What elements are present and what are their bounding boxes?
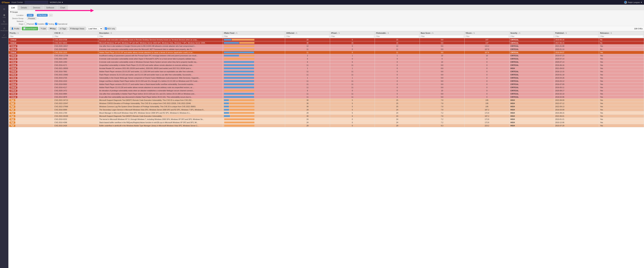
table-row[interactable]: Critical CVE-2020-1472 An elevation of p…	[8, 89, 644, 92]
table-row[interactable]: High CVE-2022-22047 Windows CSRSS Elevat…	[8, 102, 644, 105]
table-container[interactable]: Priority ↕ CVE ID ↕ Description ↕ #Ratio…	[8, 31, 644, 268]
filter-relevance[interactable]	[599, 35, 644, 38]
table-row[interactable]: Critical CVE-2021-28550 Acrobat Reader D…	[8, 67, 644, 70]
workflow-menu[interactable]: WORKFLOW ▼	[50, 1, 63, 3]
table-row[interactable]: Critical CVE-2020-16017 Use after free i…	[8, 44, 644, 48]
col-priority[interactable]: Priority ↕	[8, 31, 53, 35]
col-ratio-fixed[interactable]: #Ratio Fixed ↕	[223, 31, 285, 35]
filter-vuln[interactable]	[375, 35, 420, 38]
tags-button[interactable]: 🏷 Tags	[58, 27, 68, 30]
col-base-score[interactable]: Base Score ↕	[420, 31, 464, 35]
sidebar-item-dashboard[interactable]: ⊙	[1, 6, 8, 12]
filter-cve-input[interactable]	[54, 35, 97, 38]
kev-only-checkbox[interactable]	[105, 27, 107, 30]
stage-operational-checkbox[interactable]	[55, 23, 57, 25]
table-row[interactable]: Critical CVE-2018-11708 Insufficient vet…	[8, 54, 644, 57]
col-published[interactable]: Published ↕	[554, 31, 599, 35]
filter-desc-input[interactable]	[99, 35, 222, 38]
filter-fixed[interactable]	[330, 35, 375, 38]
table-row[interactable]: Critical CVE-2021-1040 A remote code exe…	[8, 57, 644, 60]
search-input[interactable]	[25, 1, 48, 4]
excel-export-button[interactable]: 📊 Excel Export	[22, 27, 38, 30]
table-row[interactable]: Critical CVE-2014-4878 A use-after-free …	[8, 95, 644, 99]
col-severity[interactable]: Severity ↕	[509, 31, 554, 35]
filter-vuln-input[interactable]	[376, 35, 419, 38]
filter-priority-input[interactable]	[9, 35, 52, 38]
table-row[interactable]: Critical CVE-2017-8543 Microsoft Windows…	[8, 41, 644, 44]
table-row[interactable]: Critical CVE-2020-0646 A remote code exe…	[8, 48, 644, 51]
filter-vscore[interactable]	[464, 35, 509, 38]
filter-affected[interactable]	[285, 35, 330, 38]
map-button[interactable]: 🗺 Map	[48, 27, 57, 30]
table-row[interactable]: High CVE-2022-37969 Windows Common Log F…	[8, 105, 644, 108]
stage-planned-item[interactable]: Planned	[24, 23, 34, 25]
user-menu[interactable]: 👤 Ralph Langner ▼	[624, 1, 642, 4]
filter-ratio[interactable]	[223, 35, 285, 38]
col-fixed[interactable]: #Fixed ↕	[330, 31, 375, 35]
location-usa[interactable]: USA	[27, 14, 34, 16]
table-row[interactable]: Critical CVE-2016-1010 Integer overflow …	[8, 80, 644, 83]
col-vulnerable[interactable]: #Vulnerable ↕	[375, 31, 420, 35]
filter-severity-input[interactable]	[510, 35, 554, 38]
table-row[interactable]: Critical CVE-2019-0708 A remote code exe…	[8, 38, 644, 41]
manage-views-button[interactable]: ⚙ Manage Views	[68, 27, 86, 30]
stage-testing-checkbox[interactable]	[46, 23, 48, 25]
table-row[interactable]: Critical CVE-2016-1019 Adobe Flash Playe…	[8, 51, 644, 54]
edit-button[interactable]: ✎ Edit	[39, 27, 47, 30]
table-row[interactable]: High CVE-2010-4398 Stack-based buffer ov…	[8, 121, 644, 124]
location-expand[interactable]: ›	[49, 14, 53, 16]
table-row[interactable]: Critical CVE-2016-7892 Adobe Flash Playe…	[8, 70, 644, 73]
sidebar-item-problems[interactable]: ⚠ PROBLEMS	[1, 26, 8, 32]
sidebar-item-live[interactable]: ◉ LIVE	[1, 13, 8, 19]
filter-published-input[interactable]	[555, 35, 598, 38]
filter-ratio-input[interactable]	[224, 35, 284, 38]
filter-published[interactable]	[554, 35, 599, 38]
filter-vscore-input[interactable]	[465, 35, 508, 38]
table-row[interactable]: Critical CVE-2019-2725 Vulnerability in …	[8, 76, 644, 80]
stage-installed-item[interactable]: Installed	[35, 23, 44, 25]
avatar: 👤	[624, 1, 627, 4]
table-row[interactable]: High CVE-2022-34713 Microsoft Support Di…	[8, 99, 644, 102]
table-row[interactable]: Critical CVE-2018-5002 Adobe Flash Playe…	[8, 83, 644, 86]
col-description[interactable]: Description ↕	[98, 31, 223, 35]
sidebar-item-changes[interactable]: ↻ CHANGES	[1, 19, 8, 25]
col-affected[interactable]: #Affected ↕	[285, 31, 330, 35]
table-row[interactable]: High CVE-2015-2426 Buffer underflow in a…	[8, 124, 644, 127]
table-row[interactable]: High CVE-2010-0232 The kernel in Microso…	[8, 118, 644, 121]
col-cve-id[interactable]: CVE ID ↕	[53, 31, 98, 35]
filter-severity[interactable]	[509, 35, 554, 38]
table-row[interactable]: High CVE-2015-1769 Mount Manager in Micr…	[8, 111, 644, 115]
table-row[interactable]: Critical CVE-2016-4117 Adobe Flash Playe…	[8, 86, 644, 89]
kev-only-label[interactable]: KEV only	[104, 27, 116, 30]
table-row[interactable]: Critical CVE-2016-4171 Unspecified vulne…	[8, 64, 644, 67]
location-flatrock[interactable]: Flat Rock	[37, 14, 48, 16]
tab-devices[interactable]: Devices	[30, 5, 43, 10]
stage-testing-item[interactable]: Testing	[46, 23, 54, 25]
filter-priority[interactable]	[8, 35, 53, 38]
stage-planned-checkbox[interactable]	[24, 23, 27, 25]
tab-list[interactable]: List	[8, 5, 18, 10]
col-vscore[interactable]: VScore ↕	[464, 31, 509, 35]
stage-installed-checkbox[interactable]	[35, 23, 37, 25]
tab-chart[interactable]: Chart	[57, 5, 68, 10]
profile-button[interactable]: 👤 Profile	[10, 27, 21, 30]
table-row[interactable]: High CVE-2016-0099 The Secondary Logon S…	[8, 108, 644, 111]
process-label[interactable]: Process	[27, 17, 36, 20]
table-row[interactable]: Critical CVE-2016-0984 Use-after-free vu…	[8, 92, 644, 95]
filter-desc[interactable]	[98, 35, 223, 38]
table-row[interactable]: High CVE-2022-30190 Microsoft Support Di…	[8, 115, 644, 118]
filter-base[interactable]	[420, 35, 464, 38]
stage-operational-item[interactable]: Operational	[55, 23, 67, 25]
sidebar-item-audits[interactable]: ✓ AUDITS	[1, 33, 8, 39]
filter-relevance-input[interactable]	[600, 35, 643, 38]
filter-base-input[interactable]	[420, 35, 464, 38]
filter-fixed-input[interactable]	[331, 35, 374, 38]
table-row[interactable]: Critical CVE-2015-15982 Flash Player ver…	[8, 73, 644, 76]
load-view-select[interactable]: Load View ...	[87, 27, 103, 30]
filter-cve[interactable]	[53, 35, 98, 38]
filter-affected-input[interactable]	[286, 35, 329, 38]
col-relevance[interactable]: Relevance ↕	[599, 31, 644, 35]
table-row[interactable]: Critical CVE-2020-1350 A remote code exe…	[8, 60, 644, 64]
tab-software[interactable]: Software	[44, 5, 57, 10]
tab-details[interactable]: Details	[18, 5, 30, 10]
